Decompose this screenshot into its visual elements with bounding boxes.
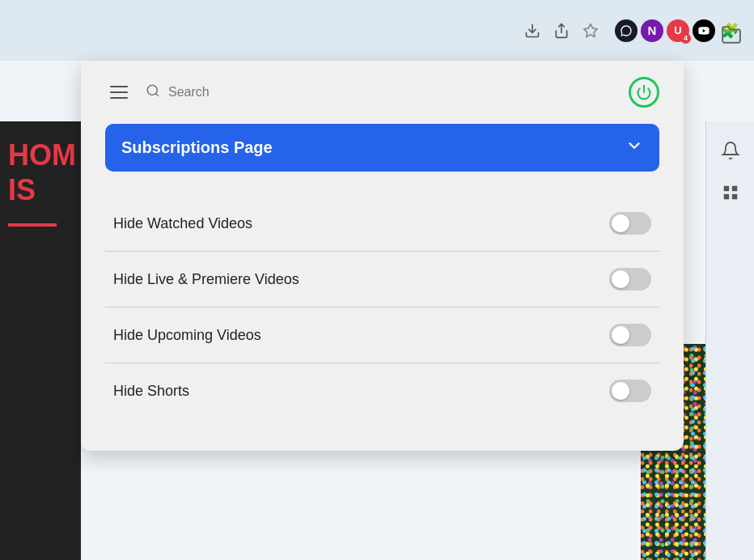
hamburger-button[interactable] (105, 81, 133, 104)
browser-toolbar: N U 4 🧩 (0, 0, 754, 61)
toggle-hide-upcoming-label: Hide Upcoming Videos (113, 327, 261, 344)
left-content: HOM IS (0, 121, 81, 560)
popup-panel: Subscriptions Page Hide Watched Videos H… (81, 61, 684, 451)
toggle-list: Hide Watched Videos Hide Live & Premiere… (105, 196, 659, 418)
toggle-hide-upcoming-knob (612, 326, 629, 344)
toggle-hide-watched-label: Hide Watched Videos (113, 215, 252, 232)
toggle-hide-watched-switch[interactable] (609, 212, 651, 235)
ext-youtube-btn[interactable] (693, 19, 715, 42)
bell-icon[interactable] (718, 138, 743, 163)
power-button[interactable] (629, 77, 659, 108)
hamburger-line-1 (110, 86, 128, 87)
toggle-hide-live-knob (612, 270, 629, 288)
toggle-hide-live-switch[interactable] (609, 268, 651, 291)
right-sidebar (705, 121, 754, 560)
toggle-hide-watched: Hide Watched Videos (105, 196, 659, 252)
search-container (146, 83, 616, 101)
subscriptions-page-button[interactable]: Subscriptions Page (105, 124, 659, 172)
share-toolbar-btn[interactable] (549, 18, 574, 44)
toggle-hide-upcoming: Hide Upcoming Videos (105, 308, 659, 363)
toggle-hide-shorts-knob (612, 382, 629, 400)
toggle-hide-shorts-switch[interactable] (609, 380, 651, 402)
download-toolbar-btn[interactable] (519, 18, 545, 44)
svg-marker-2 (584, 23, 598, 36)
toggle-hide-live: Hide Live & Premiere Videos (105, 252, 659, 308)
popup-top-row (105, 77, 659, 108)
search-icon (146, 83, 160, 101)
ext-ublock-btn[interactable]: U 4 (667, 19, 689, 42)
left-content-text: HOM IS (0, 121, 81, 223)
grid-icon[interactable] (718, 180, 743, 206)
toggle-hide-live-label: Hide Live & Premiere Videos (113, 271, 299, 288)
toggle-hide-shorts-label: Hide Shorts (113, 383, 189, 400)
folder-icon[interactable] (721, 24, 742, 50)
ublock-badge: 4 (680, 33, 691, 44)
search-input[interactable] (168, 85, 616, 100)
toggle-hide-upcoming-switch[interactable] (609, 324, 651, 346)
svg-point-7 (147, 85, 157, 95)
chevron-down-icon (625, 137, 643, 159)
ext-onenote-btn[interactable]: N (641, 19, 663, 42)
svg-rect-4 (731, 186, 736, 191)
svg-rect-6 (731, 194, 736, 199)
bookmark-toolbar-btn[interactable] (578, 18, 604, 44)
ext-rocket-btn[interactable] (615, 19, 638, 42)
svg-rect-3 (723, 186, 728, 191)
toggle-hide-shorts: Hide Shorts (105, 363, 659, 418)
toggle-hide-watched-knob (612, 214, 629, 232)
subscriptions-label: Subscriptions Page (121, 138, 273, 157)
hamburger-line-2 (110, 91, 128, 93)
hamburger-line-3 (110, 97, 128, 99)
svg-rect-5 (723, 194, 728, 199)
svg-line-8 (155, 93, 158, 95)
